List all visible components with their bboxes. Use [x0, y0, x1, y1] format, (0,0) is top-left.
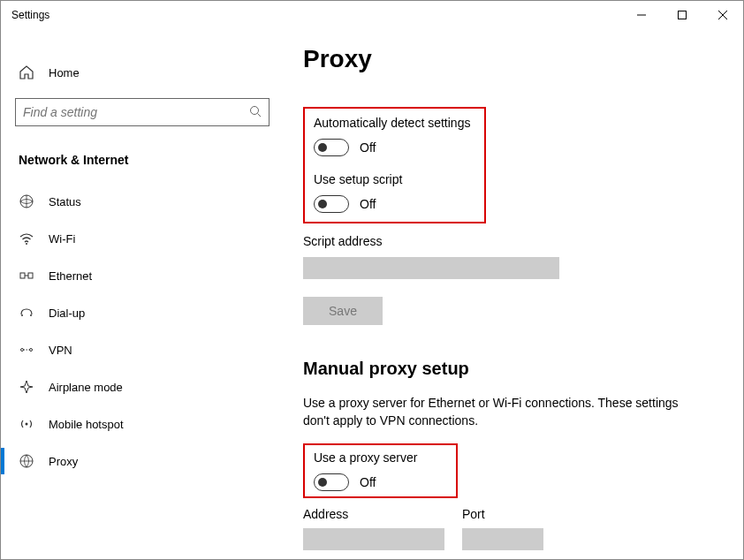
- home-link[interactable]: Home: [8, 54, 277, 91]
- sidebar-item-label: Proxy: [49, 455, 78, 468]
- sidebar-item-status[interactable]: Status: [8, 183, 277, 220]
- dialup-icon: [19, 305, 34, 321]
- home-icon: [19, 64, 34, 80]
- save-button[interactable]: Save: [303, 297, 383, 325]
- svg-rect-9: [28, 273, 33, 278]
- sidebar-item-label: Ethernet: [49, 269, 92, 283]
- window-title: Settings: [11, 9, 49, 21]
- minimize-button[interactable]: [621, 1, 662, 29]
- sidebar-item-label: Wi-Fi: [49, 232, 75, 246]
- hotspot-icon: [19, 416, 34, 432]
- home-label: Home: [49, 66, 80, 79]
- wifi-icon: [19, 231, 34, 246]
- svg-point-7: [26, 243, 27, 245]
- manual-desc: Use a proxy server for Ethernet or Wi-Fi…: [303, 395, 683, 429]
- titlebar: Settings: [1, 1, 743, 29]
- setup-script-state: Off: [360, 197, 376, 211]
- sidebar-item-label: Airplane mode: [49, 381, 123, 394]
- manual-heading: Manual proxy setup: [303, 359, 722, 379]
- auto-detect-toggle[interactable]: [314, 139, 349, 156]
- sidebar-item-label: Dial-up: [49, 306, 85, 320]
- sidebar-item-vpn[interactable]: VPN: [8, 331, 277, 368]
- status-icon: [19, 193, 34, 209]
- maximize-button[interactable]: [662, 1, 702, 29]
- svg-line-5: [258, 113, 262, 117]
- sidebar: Home Network & Internet Status Wi-Fi Eth…: [1, 29, 284, 559]
- svg-point-11: [21, 314, 23, 316]
- use-proxy-state: Off: [360, 475, 376, 489]
- sidebar-item-label: VPN: [49, 344, 72, 357]
- svg-point-16: [26, 423, 28, 426]
- airplane-icon: [19, 379, 34, 395]
- use-proxy-toggle[interactable]: [314, 473, 349, 491]
- content: Proxy Automatically detect settings Off …: [284, 29, 743, 559]
- window-controls: [621, 1, 743, 29]
- search-box[interactable]: [15, 98, 270, 126]
- sidebar-item-label: Mobile hotspot: [49, 418, 124, 431]
- sidebar-item-label: Status: [49, 195, 81, 208]
- address-input[interactable]: [303, 528, 444, 550]
- use-proxy-label: Use a proxy server: [314, 450, 447, 465]
- highlight-auto-proxy: Automatically detect settings Off Use se…: [303, 107, 486, 223]
- search-input[interactable]: [23, 105, 249, 119]
- search-icon: [249, 105, 262, 120]
- nav-list: Status Wi-Fi Ethernet Dial-up VPN Airpla…: [8, 183, 277, 480]
- ethernet-icon: [19, 268, 34, 284]
- page-title: Proxy: [303, 45, 722, 73]
- setup-script-toggle[interactable]: [314, 195, 349, 213]
- auto-detect-label: Automatically detect settings: [314, 116, 475, 130]
- proxy-icon: [19, 453, 34, 469]
- vpn-icon: [19, 342, 34, 358]
- svg-rect-8: [20, 273, 25, 278]
- highlight-use-proxy: Use a proxy server Off: [303, 443, 458, 498]
- svg-point-4: [251, 106, 259, 114]
- sidebar-item-proxy[interactable]: Proxy: [8, 443, 277, 480]
- auto-detect-state: Off: [360, 140, 376, 155]
- address-label: Address: [303, 507, 444, 521]
- sidebar-item-dialup[interactable]: Dial-up: [8, 294, 277, 331]
- setup-script-label: Use setup script: [314, 172, 475, 186]
- svg-rect-1: [679, 11, 687, 19]
- category-header: Network & Internet: [19, 153, 270, 167]
- port-input[interactable]: [462, 528, 543, 550]
- sidebar-item-airplane[interactable]: Airplane mode: [8, 368, 277, 405]
- sidebar-item-wifi[interactable]: Wi-Fi: [8, 220, 277, 257]
- script-address-label: Script address: [303, 234, 722, 248]
- svg-point-12: [30, 314, 32, 316]
- script-address-input[interactable]: [303, 257, 559, 279]
- close-button[interactable]: [702, 1, 743, 29]
- svg-point-14: [30, 349, 33, 352]
- svg-point-13: [21, 349, 24, 352]
- sidebar-item-hotspot[interactable]: Mobile hotspot: [8, 405, 277, 443]
- port-label: Port: [462, 507, 543, 521]
- sidebar-item-ethernet[interactable]: Ethernet: [8, 257, 277, 294]
